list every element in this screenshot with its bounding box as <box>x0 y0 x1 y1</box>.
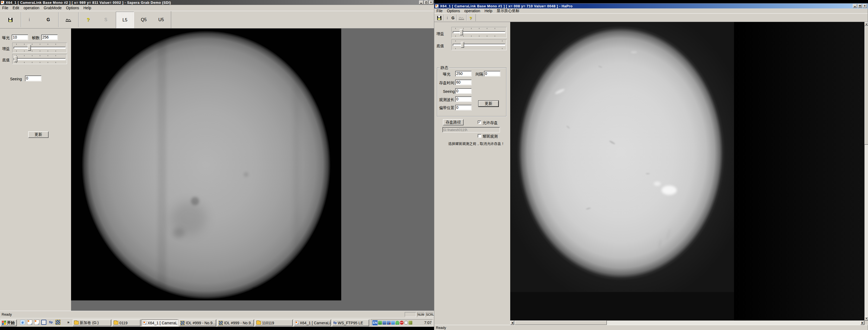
quicklaunch-camera-app-icon[interactable] <box>34 320 39 325</box>
scroll-left-button[interactable]: ◀ <box>510 321 514 325</box>
vertical-scrollbar[interactable]: ▲ ▼ <box>865 22 868 321</box>
gain-slider[interactable] <box>12 42 67 53</box>
help-button[interactable]: ? <box>467 14 474 21</box>
slider-track[interactable] <box>13 58 66 60</box>
black-level-slider[interactable] <box>12 54 67 64</box>
menu-file[interactable]: File <box>434 8 445 13</box>
menu-show-centroid[interactable]: 显示质心坐标 <box>495 8 522 14</box>
quicklaunch-desktop-icon[interactable] <box>41 320 46 325</box>
scrollbar-thumb[interactable] <box>515 321 607 325</box>
interval-input[interactable]: 0 <box>484 71 500 77</box>
tray-network-icon[interactable] <box>391 321 395 325</box>
task-button-x64-camerallink-2[interactable]: X64_1 [ CameraL... <box>142 320 178 326</box>
tray-pencil-icon[interactable] <box>408 321 412 325</box>
menu-help[interactable]: Help <box>482 8 495 13</box>
sapera-toolbar: i G ? S L5 Q5 U5 <box>0 11 434 29</box>
slider-thumb[interactable] <box>28 45 31 51</box>
flare-observation-checkbox[interactable] <box>478 134 481 138</box>
scroll-right-button[interactable]: ▶ <box>860 321 865 325</box>
tray-clock-icon[interactable] <box>404 321 408 325</box>
exposure-input[interactable]: 250 <box>455 71 472 77</box>
gain-slider[interactable] <box>452 27 507 38</box>
black-level-slider[interactable] <box>452 39 507 50</box>
close-button[interactable]: × <box>863 4 867 8</box>
quicklaunch-ftp-icon[interactable]: fīp <box>48 320 54 325</box>
minimize-button[interactable] <box>853 4 857 8</box>
sapera-image-display[interactable] <box>71 29 341 300</box>
help-button[interactable]: ? <box>83 12 94 28</box>
offband-input[interactable]: 0 <box>455 105 472 111</box>
menu-grabmode[interactable]: GrabMode <box>41 5 64 10</box>
gain-button[interactable]: G <box>43 12 54 28</box>
menu-edit[interactable]: Edit <box>10 5 22 10</box>
tray-ati-icon[interactable]: ATI <box>400 321 404 325</box>
start-button[interactable]: 开始 <box>1 320 17 326</box>
tray-monitors-disconnected-icon[interactable]: × <box>387 321 391 325</box>
exposure-input[interactable]: 10 <box>12 34 28 40</box>
quicklaunch-camera-app-icon[interactable] <box>27 320 32 325</box>
menu-operation[interactable]: operation <box>462 8 482 13</box>
slider-thumb[interactable] <box>14 56 18 62</box>
client-filler-bottom <box>71 300 341 311</box>
scroll-up-button[interactable]: ▲ <box>865 22 868 26</box>
tray-clock-time[interactable]: 7:07 <box>424 321 432 325</box>
seeing-input[interactable]: 0 <box>25 76 41 82</box>
hapro-window: X64_1 [ CameraLink Base Mono #1 ] [ x= 0… <box>434 3 868 330</box>
task-button-volume-g[interactable]: 新加卷 (G:) <box>73 320 111 326</box>
q5-button[interactable]: Q5 <box>138 12 149 28</box>
seeing-input[interactable]: 0 <box>455 88 472 94</box>
hapro-image-display[interactable] <box>510 22 865 321</box>
info-button[interactable]: i <box>24 12 35 28</box>
quicklaunch-idl-icon[interactable] <box>55 320 61 325</box>
slider-thumb[interactable] <box>460 29 463 35</box>
wavelength-input[interactable]: 0 <box>455 96 472 102</box>
menu-operation[interactable]: operation <box>22 5 41 10</box>
save-path-button[interactable]: 存盘路径 <box>443 119 464 125</box>
restore-button[interactable] <box>424 1 428 4</box>
scroll-down-button[interactable]: ▼ <box>865 317 868 321</box>
task-button-110119[interactable]: 110119 <box>255 320 293 326</box>
tray-display-icon[interactable] <box>378 321 382 325</box>
allow-save-checkbox[interactable]: ✓ <box>478 120 481 124</box>
windows-logo-icon <box>2 321 6 325</box>
quicklaunch-ie-icon[interactable]: e <box>20 320 25 325</box>
frames-input[interactable]: 256 <box>41 34 58 40</box>
l5-button[interactable]: L5 <box>116 12 134 28</box>
status-pane-empty <box>405 312 416 317</box>
update-button[interactable]: 更新 <box>28 131 49 138</box>
u5-button[interactable]: U5 <box>156 12 166 28</box>
slider-track[interactable] <box>13 47 66 49</box>
save-path-field[interactable]: G:\hatest\0119\ <box>442 127 500 132</box>
slider-thumb[interactable] <box>461 42 464 48</box>
menu-help[interactable]: Help <box>81 5 93 10</box>
horizontal-scrollbar[interactable]: ◀ ▶ <box>510 321 865 325</box>
task-button-0119[interactable]: 0119 <box>112 320 141 326</box>
system-tray: EN × ATI 7:07 <box>371 319 433 326</box>
tray-monitors-icon[interactable] <box>382 321 386 325</box>
tray-umbrella-icon[interactable] <box>396 321 399 325</box>
task-button-idl-999-b[interactable]: IDL #999 - No.9... <box>217 320 254 326</box>
save-time-input[interactable]: 60 <box>455 80 472 85</box>
update-button[interactable]: 更新 <box>478 101 499 107</box>
menu-file[interactable]: File <box>0 5 10 10</box>
histogram-button[interactable] <box>63 12 74 28</box>
scrollbar-thumb[interactable] <box>865 26 868 145</box>
gain-button[interactable]: G <box>450 14 456 21</box>
minimize-button[interactable] <box>419 1 424 4</box>
save-button[interactable] <box>5 12 16 28</box>
histogram-button[interactable] <box>458 14 465 21</box>
restore-button[interactable] <box>858 4 862 8</box>
menu-options[interactable]: Options <box>445 8 462 13</box>
close-button[interactable]: × <box>429 1 433 4</box>
task-button-x64-cameralink-1[interactable]: X64_1 [ CameraLi... <box>294 320 331 326</box>
task-button-idl-999-a[interactable]: IDL #999 - No.9... <box>179 320 216 326</box>
task-button-ws-ftp95[interactable]: fīp WS_FTP95 LE <box>332 320 369 326</box>
menu-options[interactable]: Options <box>64 5 81 10</box>
quicklaunch-overflow-chevron[interactable]: » <box>67 320 69 324</box>
sapera-titlebar[interactable]: X64_1 [ CameraLink Base Mono #2 ] [ x= 9… <box>0 0 434 5</box>
slider-track[interactable] <box>453 44 505 46</box>
tray-language-indicator[interactable]: EN <box>372 320 378 325</box>
save-button[interactable] <box>436 14 442 21</box>
s-button[interactable]: S <box>100 12 111 28</box>
info-button[interactable]: i <box>444 14 450 21</box>
